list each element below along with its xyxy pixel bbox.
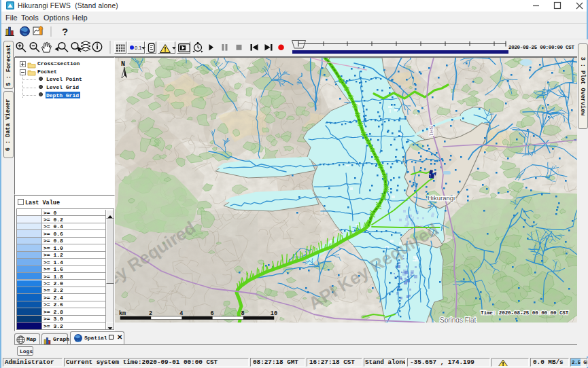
svg-text:km: km: [119, 310, 126, 317]
svg-text:2: 2: [149, 310, 152, 317]
svg-text:8: 8: [241, 310, 245, 317]
svg-text:10: 10: [271, 310, 277, 317]
svg-text:SH1: SH1: [428, 126, 434, 136]
svg-text:6: 6: [210, 310, 213, 317]
svg-text:Hikurangi: Hikurangi: [428, 194, 455, 202]
svg-text:4: 4: [179, 310, 183, 317]
svg-text:Time: 2020-08-25 00:00:00 CST: Time: 2020-08-25 00:00:00 CST: [481, 310, 569, 316]
svg-text:N: N: [121, 60, 125, 68]
svg-text:?: ?: [62, 26, 68, 37]
svg-text:Springs Flat: Springs Flat: [440, 316, 477, 323]
